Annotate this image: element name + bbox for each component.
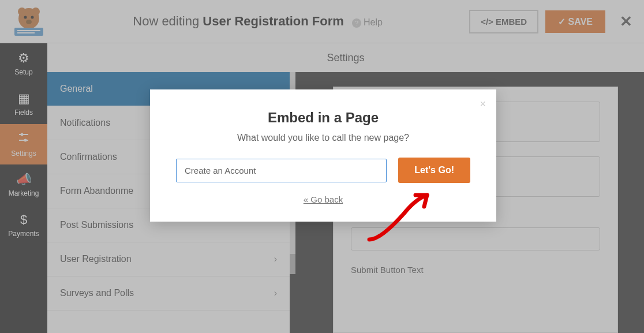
modal-close-icon[interactable]: ×: [480, 98, 486, 110]
lets-go-button[interactable]: Let's Go!: [398, 158, 470, 183]
page-name-input[interactable]: [176, 159, 387, 182]
go-back-link[interactable]: « Go back: [176, 194, 470, 204]
modal-subtitle: What would you like to call the new page…: [176, 133, 470, 143]
embed-modal: × Embed in a Page What would you like to…: [150, 89, 496, 222]
modal-title: Embed in a Page: [176, 110, 470, 126]
